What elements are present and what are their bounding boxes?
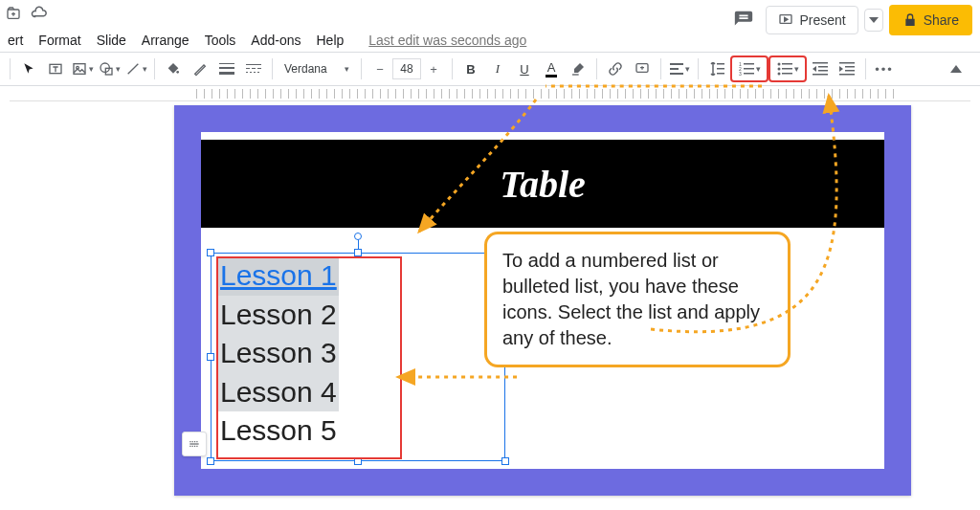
svg-rect-23 (670, 73, 683, 75)
title-bar-icons (6, 6, 48, 21)
slide[interactable]: Table Lesson (174, 105, 911, 496)
svg-point-34 (777, 68, 780, 71)
decrease-indent-button[interactable] (808, 56, 833, 81)
line-tool[interactable]: ▾ (123, 56, 148, 81)
svg-rect-19 (572, 74, 579, 75)
resize-handle[interactable] (501, 457, 509, 465)
menu-format[interactable]: Format (31, 29, 88, 52)
svg-rect-24 (717, 63, 724, 65)
present-button[interactable]: Present (766, 6, 858, 34)
present-dropdown[interactable] (864, 9, 883, 32)
canvas[interactable]: Table Lesson (0, 101, 980, 510)
toolbar: ▾ ▾ ▾ Verdana ▾ − 48 + B I U A (0, 52, 980, 86)
bulleted-list-button[interactable]: ▾ (769, 56, 806, 81)
font-size-input[interactable]: 48 (392, 58, 421, 79)
svg-rect-8 (219, 63, 234, 64)
font-select[interactable]: Verdana ▾ (278, 56, 355, 81)
svg-rect-21 (670, 63, 683, 65)
svg-rect-13 (252, 68, 256, 69)
font-size-minus[interactable]: − (368, 56, 392, 81)
lesson-list[interactable]: Lesson 1 Lesson 2 Lesson 3 Lesson 4 Less… (218, 256, 339, 451)
menu-tools[interactable]: Tools (197, 29, 244, 52)
move-to-drive-icon[interactable] (6, 6, 21, 21)
more-button[interactable]: ••• (872, 56, 897, 81)
collapse-toolbar[interactable] (944, 56, 969, 81)
svg-rect-30 (744, 63, 754, 65)
svg-point-7 (176, 71, 179, 74)
line-spacing-button[interactable] (704, 56, 729, 81)
svg-rect-11 (246, 64, 261, 65)
text-color-button[interactable]: A (539, 56, 564, 81)
font-name-label: Verdana (284, 62, 327, 76)
ruler[interactable] (10, 86, 970, 101)
svg-rect-9 (219, 67, 234, 69)
numbered-list-button[interactable]: 123▾ (731, 56, 768, 81)
comments-button[interactable] (727, 4, 760, 36)
svg-rect-37 (782, 68, 792, 70)
resize-handle[interactable] (207, 249, 214, 256)
svg-rect-18 (257, 72, 259, 73)
list-item[interactable]: Lesson 1 (218, 256, 339, 296)
underline-button[interactable]: U (512, 56, 537, 81)
align-button[interactable]: ▾ (667, 56, 692, 81)
share-label: Share (924, 12, 959, 28)
slide-title: Table (500, 162, 586, 207)
svg-rect-14 (257, 68, 261, 69)
svg-rect-22 (670, 68, 679, 70)
italic-button[interactable]: I (485, 56, 510, 81)
svg-rect-45 (845, 70, 855, 72)
autofit-icon[interactable] (182, 432, 207, 456)
resize-handle[interactable] (354, 249, 362, 256)
image-tool[interactable]: ▾ (70, 56, 95, 81)
rotate-handle[interactable] (354, 233, 362, 240)
menu-arrange[interactable]: Arrange (134, 29, 197, 52)
list-item[interactable]: Lesson 4 (218, 373, 339, 412)
border-weight[interactable] (214, 56, 239, 81)
last-edit-link[interactable]: Last edit was seconds ago (361, 29, 534, 52)
list-item[interactable]: Lesson 5 (218, 411, 339, 451)
font-size-plus[interactable]: + (421, 56, 446, 81)
svg-rect-26 (717, 73, 724, 75)
svg-rect-40 (818, 66, 828, 68)
svg-rect-41 (818, 70, 828, 72)
menu-addons[interactable]: Add-ons (243, 29, 308, 52)
svg-point-35 (777, 73, 780, 76)
fill-color[interactable] (161, 56, 186, 81)
highlight-button[interactable] (566, 56, 590, 81)
svg-rect-10 (219, 72, 234, 75)
lesson-textbox[interactable]: Lesson 1 Lesson 2 Lesson 3 Lesson 4 Less… (205, 249, 511, 464)
shape-tool[interactable]: ▾ (97, 56, 122, 81)
list-item[interactable]: Lesson 3 (218, 334, 339, 373)
svg-rect-31 (744, 68, 754, 70)
menu-help[interactable]: Help (308, 29, 351, 52)
share-button[interactable]: Share (889, 5, 972, 35)
link-button[interactable] (603, 56, 628, 81)
svg-rect-44 (845, 66, 855, 68)
resize-handle[interactable] (354, 457, 362, 465)
menu-slide[interactable]: Slide (89, 29, 134, 52)
menu-insert[interactable]: ert (0, 29, 31, 52)
textbox-tool[interactable] (43, 56, 68, 81)
comment-add-button[interactable] (630, 56, 655, 81)
svg-rect-38 (782, 73, 792, 75)
resize-handle[interactable] (207, 353, 214, 361)
svg-text:3: 3 (739, 71, 742, 76)
svg-rect-43 (839, 62, 855, 64)
svg-rect-25 (717, 68, 724, 70)
svg-point-33 (777, 63, 780, 66)
list-item[interactable]: Lesson 2 (218, 296, 339, 335)
svg-rect-17 (254, 72, 256, 73)
bold-button[interactable]: B (458, 56, 483, 81)
slide-title-bar: Table (201, 140, 884, 228)
resize-handle[interactable] (207, 457, 214, 465)
annotation-callout: To add a numbered list or bulleted list,… (484, 232, 791, 367)
svg-rect-42 (813, 74, 828, 76)
present-label: Present (799, 12, 845, 28)
increase-indent-button[interactable] (835, 56, 859, 81)
callout-text: To add a numbered list or bulleted list,… (502, 250, 760, 348)
cloud-status-icon[interactable] (31, 6, 48, 21)
border-color[interactable] (188, 56, 212, 81)
select-tool[interactable] (16, 56, 41, 81)
svg-rect-3 (74, 64, 85, 75)
border-dash[interactable] (241, 56, 266, 81)
